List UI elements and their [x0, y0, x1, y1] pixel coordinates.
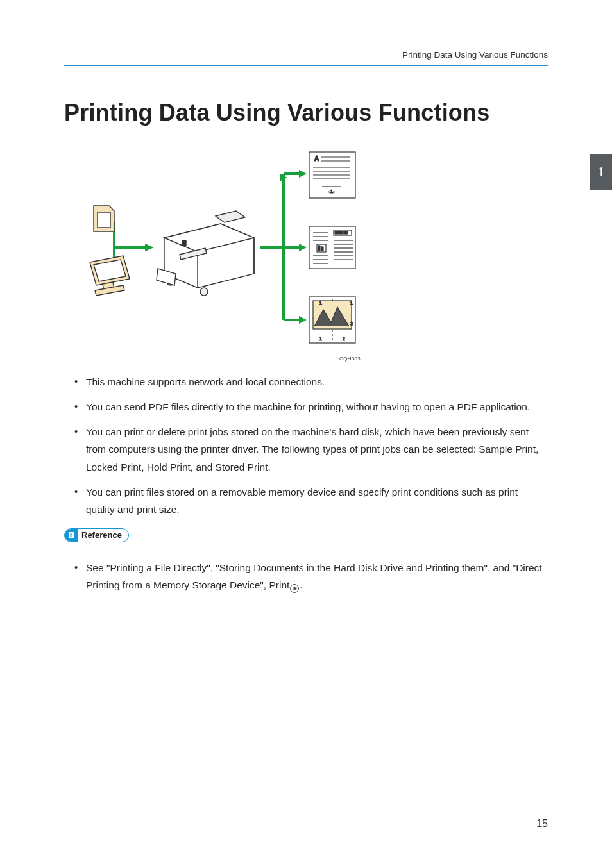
svg-rect-43 [342, 231, 343, 234]
svg-rect-6 [98, 212, 110, 228]
svg-point-19 [200, 288, 208, 296]
reference-badge: Reference [64, 528, 129, 542]
figure-caption: CQH003 [68, 356, 361, 362]
page-title: Printing Data Using Various Functions [64, 99, 548, 126]
svg-rect-40 [335, 231, 336, 234]
svg-rect-17 [182, 240, 186, 246]
svg-rect-41 [337, 231, 339, 234]
svg-rect-42 [339, 231, 341, 234]
reference-label: Reference [81, 530, 122, 540]
list-item: See "Printing a File Directly", "Storing… [64, 559, 548, 594]
svg-rect-35 [321, 247, 323, 251]
section-number: 1 [598, 163, 605, 180]
svg-text:1: 1 [319, 337, 322, 341]
reference-text: See "Printing a File Directly", "Storing… [86, 562, 542, 590]
svg-rect-44 [344, 231, 345, 234]
running-title-text: Printing Data Using Various Functions [402, 50, 548, 60]
list-item: This machine supports network and local … [64, 373, 548, 390]
svg-text:2: 2 [343, 337, 345, 341]
doc-a-page: -1- [328, 188, 335, 194]
reference-list: See "Printing a File Directly", "Storing… [64, 559, 548, 594]
doc-a-label: A [314, 155, 319, 162]
running-header: Printing Data Using Various Functions [64, 50, 548, 66]
feature-list: This machine supports network and local … [64, 373, 548, 518]
output-document-c: 1 2 1 1 2 [309, 297, 355, 343]
svg-text:2: 2 [350, 321, 353, 326]
diagram-illustration: A -1- [68, 148, 361, 353]
list-item: You can print files stored on a removabl… [64, 483, 548, 518]
disc-icon: ◉ [290, 584, 299, 593]
section-tab: 1 [590, 154, 612, 190]
list-item: You can send PDF files directly to the m… [64, 398, 548, 415]
svg-rect-34 [318, 246, 320, 251]
sd-card-icon [94, 206, 114, 231]
output-document-a: A -1- [309, 152, 355, 198]
page-number: 15 [536, 818, 548, 830]
svg-rect-45 [346, 231, 348, 234]
reference-suffix: . [300, 580, 302, 590]
svg-text:1: 1 [319, 301, 322, 305]
output-document-b [309, 226, 355, 269]
list-item: You can print or delete print jobs store… [64, 423, 548, 475]
figure: A -1- [68, 148, 361, 362]
reference-icon [65, 528, 78, 542]
svg-text:1: 1 [350, 301, 353, 305]
